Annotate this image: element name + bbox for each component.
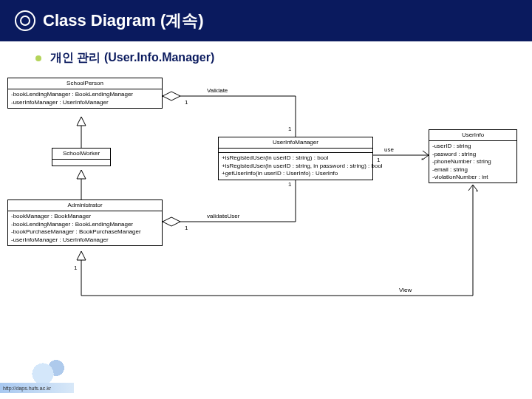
class-attrs: -userID : string -pasword : string -phon… xyxy=(429,141,516,183)
mult-one: 1 xyxy=(377,157,380,163)
mult-one: 1 xyxy=(288,126,291,132)
footer-url: http://daps.hufs.ac.kr xyxy=(0,383,74,393)
class-name: UserInfoManager xyxy=(219,137,372,149)
class-administrator: Administrator -bookManager : BookManager… xyxy=(7,200,163,246)
label-use: use xyxy=(384,146,394,153)
mult-star: * xyxy=(421,157,423,163)
class-name: SchoolWorker xyxy=(52,149,110,160)
class-attrs xyxy=(52,160,110,166)
class-schoolworker: SchoolWorker xyxy=(52,148,111,166)
label-validate: Validate xyxy=(207,87,228,94)
mult-one: 1 xyxy=(288,181,291,188)
svg-marker-3 xyxy=(77,170,86,179)
class-schoolperson: SchoolPerson -bookLendingManager : BookL… xyxy=(7,78,163,109)
uml-diagram: SchoolPerson -bookLendingManager : BookL… xyxy=(0,74,532,369)
mult-one: 1 xyxy=(185,225,188,231)
slide-title: Class Diagram (계속) xyxy=(43,10,204,32)
class-name: SchoolPerson xyxy=(8,78,162,89)
class-attrs: -bookLendingManager : BookLendingManager… xyxy=(8,89,162,108)
class-userinfo: UserInfo -userID : string -pasword : str… xyxy=(429,129,517,183)
mult-one: 1 xyxy=(74,265,77,271)
mult-star: * xyxy=(476,188,478,195)
subtitle-bullet-icon xyxy=(35,55,41,61)
label-view: View xyxy=(399,287,412,293)
svg-marker-9 xyxy=(163,217,180,226)
class-userinfomanager: UserInfoManager +isRegistedUser(in userI… xyxy=(218,137,373,180)
mult-one: 1 xyxy=(185,99,188,106)
label-validateuser: validateUser xyxy=(207,213,239,219)
footer: http://daps.hufs.ac.kr xyxy=(0,378,532,399)
class-attrs: -bookManager : BookManager -bookLendingM… xyxy=(8,211,162,245)
svg-marker-14 xyxy=(77,251,86,260)
class-name: Administrator xyxy=(8,200,162,211)
svg-marker-6 xyxy=(163,92,180,100)
subtitle-text: 개인 관리 (User.Info.Manager) xyxy=(50,50,214,66)
footer-decoration-icon xyxy=(30,356,74,386)
class-name: UserInfo xyxy=(429,130,516,141)
slide-header: Class Diagram (계속) xyxy=(0,0,532,41)
svg-marker-1 xyxy=(77,117,86,126)
subtitle-row: 개인 관리 (User.Info.Manager) xyxy=(0,41,532,72)
header-bullet-icon xyxy=(15,10,35,31)
class-ops: +isRegistedUser(in userID : string) : bo… xyxy=(219,153,372,179)
